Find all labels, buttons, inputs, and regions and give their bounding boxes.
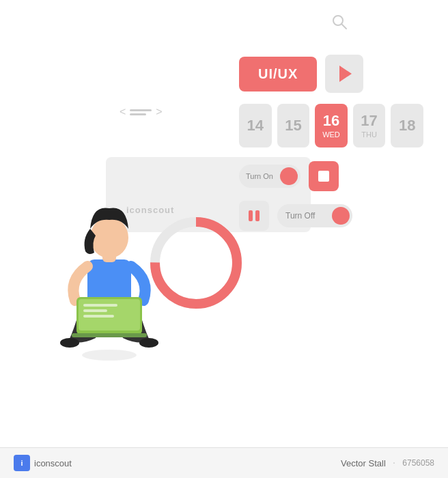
- svg-line-1: [341, 24, 346, 29]
- toggle-row-bottom: Turn Off: [239, 201, 423, 231]
- toggle-knob-off: [332, 207, 350, 225]
- calendar-day-16-active[interactable]: 16 WED: [315, 104, 348, 147]
- toggle-knob-on: [280, 167, 298, 185]
- svg-point-4: [82, 350, 137, 361]
- play-button[interactable]: [325, 55, 363, 93]
- bottom-right-info: Vector Stall · 6756058: [341, 457, 434, 469]
- iconscout-logo-icon: i: [14, 455, 30, 471]
- turn-off-toggle[interactable]: Turn Off: [277, 204, 352, 227]
- play-icon: [339, 66, 352, 82]
- code-block: < >: [120, 106, 163, 118]
- separator: ·: [393, 457, 395, 469]
- item-id: 6756058: [402, 458, 434, 468]
- pause-bar-left: [249, 210, 253, 221]
- svg-rect-12: [83, 304, 117, 307]
- stop-button[interactable]: [309, 161, 339, 191]
- svg-rect-14: [83, 315, 114, 318]
- calendar-day-15[interactable]: 15: [277, 104, 310, 147]
- arrow-right-icon: >: [156, 106, 162, 118]
- top-controls-row: UI/UX: [239, 55, 423, 93]
- toggle-row-top: Turn On: [239, 161, 423, 191]
- bottom-logo: i iconscout: [14, 455, 72, 471]
- vector-stall-label: Vector Stall: [341, 458, 386, 468]
- arrow-left-icon: <: [120, 106, 126, 118]
- calendar-day-18[interactable]: 18: [391, 104, 423, 147]
- bottom-bar: i iconscout Vector Stall · 6756058: [0, 447, 448, 478]
- search-icon: [330, 12, 349, 31]
- site-name: iconscout: [34, 458, 72, 468]
- person-illustration: [41, 164, 178, 355]
- uiux-button[interactable]: UI/UX: [239, 57, 317, 92]
- turn-on-toggle[interactable]: Turn On: [239, 165, 300, 188]
- ui-elements-panel: UI/UX 14 15 16 WED 17 THU 18: [232, 55, 423, 231]
- svg-rect-13: [83, 309, 107, 312]
- svg-point-9: [90, 217, 128, 258]
- svg-rect-15: [72, 333, 147, 337]
- svg-point-5: [60, 338, 79, 348]
- pause-bar-right: [255, 210, 260, 221]
- calendar-day-14[interactable]: 14: [239, 104, 272, 147]
- main-container: < > UI/UX 14 15 16 WED: [0, 0, 448, 478]
- calendar-day-17[interactable]: 17 THU: [353, 104, 386, 147]
- lines-icon: [130, 109, 152, 115]
- stop-icon: [318, 171, 329, 182]
- calendar-row: 14 15 16 WED 17 THU 18: [239, 104, 423, 147]
- svg-point-6: [139, 338, 158, 348]
